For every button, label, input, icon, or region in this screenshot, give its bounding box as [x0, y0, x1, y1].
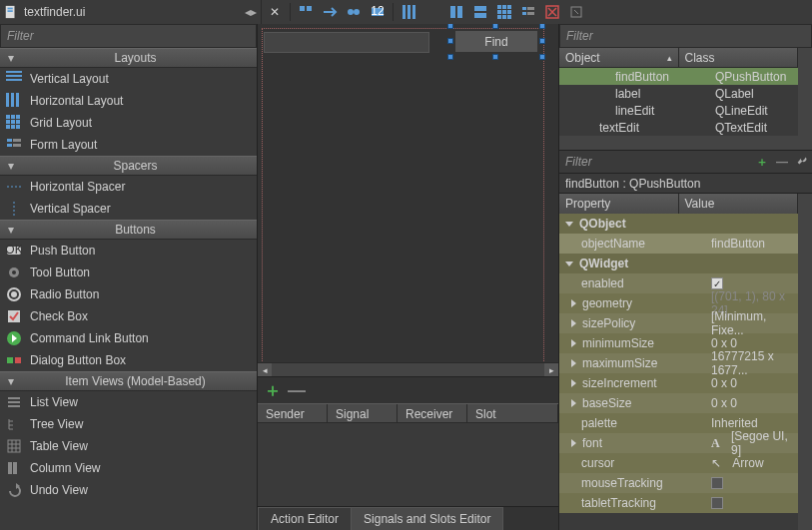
widget-tree-view[interactable]: Tree View — [0, 413, 257, 435]
canvas-hscrollbar[interactable]: ◂▸ — [258, 362, 558, 376]
property-editor[interactable]: QObject objectNamefindButton QWidget ena… — [559, 214, 798, 530]
edit-signals-button[interactable] — [319, 2, 341, 22]
add-connection-button[interactable]: ＋ — [264, 378, 282, 402]
category-itemviews[interactable]: ▾Item Views (Model-Based) — [0, 371, 257, 391]
category-buttons[interactable]: ▾Buttons — [0, 220, 257, 240]
category-layouts[interactable]: ▾Layouts — [0, 48, 257, 68]
layout-form-button[interactable] — [517, 2, 539, 22]
widget-table-view[interactable]: Table View — [0, 435, 257, 457]
remove-connection-button[interactable]: — — [288, 380, 306, 401]
prop-objectname[interactable]: objectNamefindButton — [559, 234, 798, 254]
arrow-cursor-icon: ↖ — [711, 456, 721, 470]
widget-list-view[interactable]: List View — [0, 391, 257, 413]
property-vscroll[interactable] — [798, 194, 812, 530]
category-spacers[interactable]: ▾Spacers — [0, 156, 257, 176]
svg-rect-20 — [13, 139, 21, 142]
prop-group-qobject[interactable]: QObject — [559, 214, 798, 234]
svg-rect-9 — [450, 6, 455, 18]
signals-body[interactable] — [258, 423, 558, 506]
adjust-size-button[interactable] — [565, 2, 587, 22]
widget-filter-input[interactable]: Filter — [0, 24, 257, 48]
widget-command-link-button[interactable]: Command Link Button — [0, 327, 257, 349]
chevron-down-icon: ▾ — [4, 374, 18, 388]
add-dynamic-property-button[interactable]: ＋ — [752, 154, 772, 171]
close-form-button[interactable]: ✕ — [264, 2, 286, 22]
widget-horizontal-spacer[interactable]: Horizontal Spacer — [0, 176, 257, 198]
svg-rect-21 — [7, 144, 12, 147]
property-settings-button[interactable] — [792, 154, 812, 171]
object-inspector-header: Object▴ Class — [559, 48, 798, 68]
signals-header: Sender Signal Receiver Slot — [258, 403, 558, 423]
col-property[interactable]: Property — [559, 194, 679, 214]
col-signal[interactable]: Signal — [328, 404, 398, 422]
object-row-textedit[interactable]: textEditQTextEdit — [559, 119, 798, 136]
form-icon — [520, 4, 536, 20]
col-receiver[interactable]: Receiver — [398, 404, 467, 422]
widget-column-view[interactable]: Column View — [0, 457, 257, 479]
svg-point-26 — [12, 270, 16, 274]
widget-vertical-spacer[interactable]: Vertical Spacer — [0, 198, 257, 220]
file-selector[interactable]: textfinder.ui ◂▸ — [4, 0, 262, 24]
object-row-lineedit[interactable]: lineEditQLineEdit — [559, 102, 798, 119]
break-icon — [544, 4, 560, 20]
object-tree-vscroll[interactable] — [798, 48, 812, 150]
object-row-label[interactable]: labelQLabel — [559, 85, 798, 102]
widget-undo-view[interactable]: Undo View — [0, 479, 257, 501]
hsplitter-icon — [448, 4, 464, 20]
checkbox-checked-icon: ✓ — [711, 277, 723, 289]
col-class[interactable]: Class — [679, 48, 799, 67]
layout-vert-splitter-button[interactable] — [469, 2, 491, 22]
col-object[interactable]: Object▴ — [559, 48, 679, 67]
edit-buddies-button[interactable] — [343, 2, 365, 22]
widget-tool-button[interactable]: Tool Button — [0, 262, 257, 283]
col-slot[interactable]: Slot — [467, 404, 558, 422]
widget-radio-button[interactable]: Radio Button — [0, 283, 257, 305]
form-root-outline — [262, 28, 544, 362]
file-name: textfinder.ui — [24, 5, 85, 19]
break-layout-button[interactable] — [541, 2, 563, 22]
canvas-line-edit[interactable] — [264, 32, 429, 53]
tab-signals-slots[interactable]: Signals and Slots Editor — [351, 507, 503, 530]
canvas-find-button[interactable]: Find — [454, 30, 538, 53]
prop-mousetracking[interactable]: mouseTracking — [559, 473, 798, 493]
design-canvas[interactable]: Find — [258, 24, 558, 362]
property-filter-input[interactable]: Filter — [559, 155, 752, 169]
layout-horiz-button[interactable] — [398, 2, 419, 22]
prop-group-qwidget[interactable]: QWidget — [559, 254, 798, 273]
prop-cursor[interactable]: cursor↖ Arrow — [559, 453, 798, 473]
widget-horizontal-layout[interactable]: Horizontal Layout — [0, 90, 257, 112]
prop-maximumsize[interactable]: maximumSize16777215 x 1677... — [559, 353, 798, 373]
object-row-findbutton[interactable]: findButtonQPushButton — [559, 68, 798, 85]
prop-basesize[interactable]: baseSize0 x 0 — [559, 393, 798, 413]
object-inspector-tree[interactable]: findButtonQPushButton labelQLabel lineEd… — [559, 68, 798, 136]
prop-sizeincrement[interactable]: sizeIncrement0 x 0 — [559, 373, 798, 393]
widget-form-layout[interactable]: Form Layout — [0, 134, 257, 156]
widget-check-box[interactable]: Check Box — [0, 305, 257, 327]
edit-widgets-button[interactable] — [295, 2, 317, 22]
layout-horiz-splitter-button[interactable] — [445, 2, 467, 22]
svg-rect-10 — [457, 6, 462, 18]
widget-push-button[interactable]: OKPush Button — [0, 240, 257, 262]
tab-action-editor[interactable]: Action Editor — [258, 507, 352, 530]
chevron-down-icon: ▾ — [4, 223, 18, 237]
svg-rect-12 — [474, 13, 486, 18]
edit-taborder-button[interactable]: 12 — [367, 2, 389, 22]
prop-font[interactable]: fontA [Segoe UI, 9] — [559, 433, 798, 453]
col-sender[interactable]: Sender — [258, 404, 328, 422]
svg-rect-34 — [8, 401, 20, 403]
svg-rect-1 — [8, 8, 13, 10]
widget-vertical-layout[interactable]: Vertical Layout — [0, 68, 257, 90]
prop-tablettracking[interactable]: tabletTracking — [559, 493, 798, 513]
layout-vert-button[interactable] — [421, 2, 443, 22]
layout-grid-button[interactable] — [493, 2, 515, 22]
svg-point-28 — [11, 291, 17, 297]
object-tree-hscroll[interactable] — [559, 136, 798, 150]
remove-dynamic-property-button[interactable]: — — [772, 155, 792, 169]
prop-sizepolicy[interactable]: sizePolicy[Minimum, Fixe... — [559, 313, 798, 333]
widget-dialog-button-box[interactable]: Dialog Button Box — [0, 349, 257, 371]
property-filter-row: Filter ＋ — — [559, 150, 812, 174]
object-filter-input[interactable]: Filter — [559, 24, 812, 48]
wrench-icon — [795, 154, 809, 168]
col-value[interactable]: Value — [679, 194, 799, 214]
widget-grid-layout[interactable]: Grid Layout — [0, 112, 257, 134]
